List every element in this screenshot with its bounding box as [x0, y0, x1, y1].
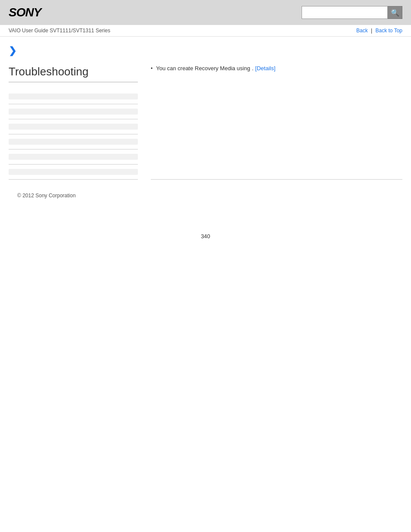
left-sidebar: Troubleshooting	[9, 65, 138, 180]
arrow-icon: ❯	[9, 45, 402, 56]
bullet-icon: •	[151, 65, 153, 72]
content-text: You can create Recovery Media using	[156, 65, 250, 72]
section-title: Troubleshooting	[9, 65, 138, 82]
list-item	[9, 149, 138, 165]
sidebar-link-list	[9, 89, 138, 180]
page-number: 340	[0, 233, 411, 248]
sidebar-link-5[interactable]	[9, 154, 138, 160]
list-item	[9, 165, 138, 180]
list-item	[9, 104, 138, 119]
back-link[interactable]: Back	[356, 28, 368, 34]
sidebar-link-2[interactable]	[9, 109, 138, 115]
nav-separator: |	[371, 28, 372, 34]
sidebar-link-6[interactable]	[9, 169, 138, 175]
guide-title: VAIO User Guide SVT1111/SVT1311 Series	[9, 28, 110, 34]
main-content: ❯ Troubleshooting	[0, 37, 411, 216]
content-layout: Troubleshooting	[9, 65, 402, 180]
list-item	[9, 134, 138, 149]
sidebar-link-1[interactable]	[9, 93, 138, 100]
nav-bar: VAIO User Guide SVT1111/SVT1311 Series B…	[0, 25, 411, 37]
right-content: • You can create Recovery Media using . …	[151, 65, 402, 180]
search-input[interactable]	[302, 6, 388, 19]
search-area: 🔍	[302, 6, 402, 19]
content-text-dot: .	[252, 65, 254, 72]
details-link[interactable]: [Details]	[255, 65, 275, 72]
sidebar-link-3[interactable]	[9, 124, 138, 130]
footer: © 2012 Sony Corporation	[9, 180, 402, 207]
back-to-top-link[interactable]: Back to Top	[376, 28, 402, 34]
sony-logo: SONY	[9, 6, 41, 19]
search-button[interactable]: 🔍	[388, 6, 402, 19]
list-item	[9, 119, 138, 134]
list-item	[9, 89, 138, 104]
sidebar-link-4[interactable]	[9, 139, 138, 145]
nav-links: Back | Back to Top	[356, 28, 402, 34]
page-header: SONY 🔍	[0, 0, 411, 25]
copyright-text: © 2012 Sony Corporation	[17, 193, 76, 199]
search-icon: 🔍	[391, 9, 399, 17]
content-item: • You can create Recovery Media using . …	[151, 65, 402, 72]
